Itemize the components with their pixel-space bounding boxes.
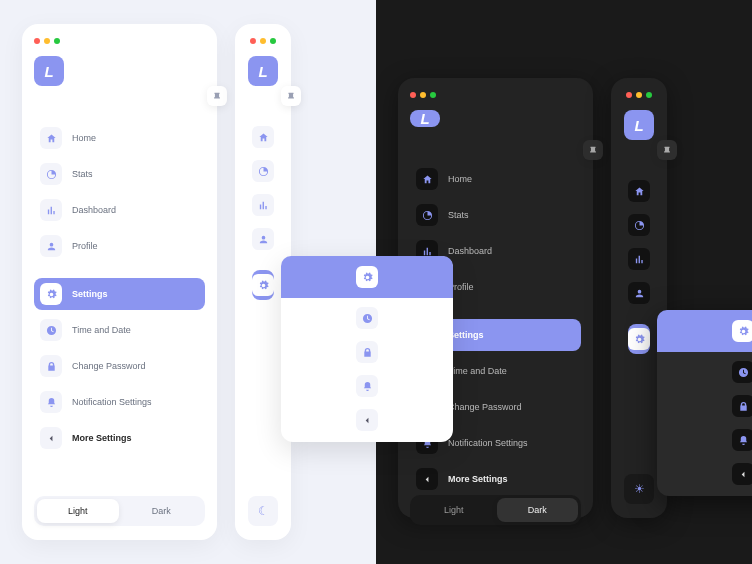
bell-icon — [732, 429, 752, 451]
nav-item-more-settings[interactable]: More Settings — [287, 404, 447, 436]
nav-item-label: Home — [448, 174, 472, 184]
window-controls — [250, 38, 276, 44]
theme-light-button[interactable]: Light — [37, 499, 119, 523]
clock-icon — [40, 319, 62, 341]
nav-item-profile[interactable]: Profile — [252, 224, 274, 254]
pie-icon — [416, 204, 438, 226]
nav-item-label: Change Password — [448, 402, 522, 412]
nav-item-profile[interactable]: Profile — [34, 230, 205, 262]
theme-dark-button[interactable]: Dark — [121, 499, 203, 523]
nav-item-notification-settings[interactable]: Notification Settings — [663, 424, 752, 456]
nav-item-label: Notification Settings — [448, 438, 528, 448]
gear-icon — [252, 274, 274, 296]
user-icon — [40, 235, 62, 257]
collapse-toggle[interactable] — [583, 140, 603, 160]
theme-toggle-icon[interactable]: ☀ — [624, 474, 654, 504]
theme-dark-button[interactable]: Dark — [497, 498, 579, 522]
user-icon — [252, 228, 274, 250]
nav-item-settings[interactable]: Settings — [281, 256, 453, 298]
more-icon — [40, 427, 62, 449]
nav-item-label: Time and Date — [448, 366, 507, 376]
nav-item-label: Stats — [72, 169, 93, 179]
nav-item-label: Profile — [72, 241, 98, 251]
app-logo: L — [410, 110, 440, 127]
nav-item-more-settings[interactable]: More Settings — [410, 463, 581, 495]
lock-icon — [40, 355, 62, 377]
nav-item-change-password[interactable]: Change Password — [34, 350, 205, 382]
nav-item-label: Settings — [72, 289, 108, 299]
more-icon — [732, 463, 752, 485]
more-icon — [356, 409, 378, 431]
nav-item-settings[interactable]: Settings — [252, 270, 274, 300]
gear-icon — [732, 320, 752, 342]
nav-item-notification-settings[interactable]: Notification Settings — [287, 370, 447, 402]
nav-item-change-password[interactable]: Change Password — [287, 336, 447, 368]
nav-menu: HomeStatsDashboardProfileSettingsTime an… — [34, 122, 205, 454]
gear-icon — [628, 328, 650, 350]
nav-item-more-settings[interactable]: More Settings — [34, 422, 205, 454]
theme-toggle-icon[interactable]: ☾ — [248, 496, 278, 526]
settings-flyout: SettingsTime and DateChange PasswordNoti… — [281, 256, 453, 442]
nav-item-dashboard[interactable]: Dashboard — [628, 244, 650, 274]
nav-item-home[interactable]: Home — [410, 163, 581, 195]
nav-item-stats[interactable]: Stats — [34, 158, 205, 190]
nav-item-label: Change Password — [72, 361, 146, 371]
collapse-toggle[interactable] — [207, 86, 227, 106]
home-icon — [628, 180, 650, 202]
bell-icon — [40, 391, 62, 413]
expand-toggle[interactable] — [657, 140, 677, 160]
clock-icon — [732, 361, 752, 383]
lock-icon — [732, 395, 752, 417]
gear-icon — [356, 266, 378, 288]
nav-item-time-and-date[interactable]: Time and Date — [34, 314, 205, 346]
nav-item-label: More Settings — [448, 474, 508, 484]
nav-item-home[interactable]: Home — [34, 122, 205, 154]
nav-menu: HomeStatsDashboardProfileSettings — [628, 176, 650, 354]
bell-icon — [356, 375, 378, 397]
nav-item-home[interactable]: Home — [628, 176, 650, 206]
window-controls — [34, 38, 205, 44]
settings-flyout: SettingsTime and DateChange PasswordNoti… — [657, 310, 752, 496]
app-logo: L — [34, 56, 64, 86]
window-controls — [626, 92, 652, 98]
theme-toggle[interactable]: Light Dark — [410, 495, 581, 525]
sidebar-collapsed-light: L HomeStatsDashboardProfileSettings Sett… — [235, 24, 291, 540]
window-controls — [410, 92, 581, 98]
clock-icon — [356, 307, 378, 329]
nav-item-stats[interactable]: Stats — [410, 199, 581, 231]
gear-icon — [40, 283, 62, 305]
lock-icon — [356, 341, 378, 363]
nav-item-profile[interactable]: Profile — [628, 278, 650, 308]
nav-item-notification-settings[interactable]: Notification Settings — [34, 386, 205, 418]
bars-icon — [252, 194, 274, 216]
nav-item-stats[interactable]: Stats — [628, 210, 650, 240]
pie-icon — [628, 214, 650, 236]
nav-item-label: Stats — [448, 210, 469, 220]
nav-item-dashboard[interactable]: Dashboard — [34, 194, 205, 226]
pie-icon — [252, 160, 274, 182]
nav-item-dashboard[interactable]: Dashboard — [252, 190, 274, 220]
expand-toggle[interactable] — [281, 86, 301, 106]
nav-item-home[interactable]: Home — [252, 122, 274, 152]
nav-item-label: Dashboard — [448, 246, 492, 256]
nav-item-settings[interactable]: Settings — [34, 278, 205, 310]
more-icon — [416, 468, 438, 490]
theme-toggle[interactable]: Light Dark — [34, 496, 205, 526]
nav-item-label: Dashboard — [72, 205, 116, 215]
app-logo: L — [248, 56, 278, 86]
nav-item-label: More Settings — [72, 433, 132, 443]
theme-light-button[interactable]: Light — [413, 498, 495, 522]
nav-item-more-settings[interactable]: More Settings — [663, 458, 752, 490]
nav-item-time-and-date[interactable]: Time and Date — [287, 302, 447, 334]
nav-menu: HomeStatsDashboardProfileSettings — [252, 122, 274, 300]
nav-item-settings[interactable]: Settings — [628, 324, 650, 354]
home-icon — [40, 127, 62, 149]
nav-item-settings[interactable]: Settings — [657, 310, 752, 352]
nav-item-stats[interactable]: Stats — [252, 156, 274, 186]
home-icon — [252, 126, 274, 148]
home-icon — [416, 168, 438, 190]
nav-item-time-and-date[interactable]: Time and Date — [663, 356, 752, 388]
pie-icon — [40, 163, 62, 185]
sidebar-expanded-light: L HomeStatsDashboardProfileSettingsTime … — [22, 24, 217, 540]
nav-item-change-password[interactable]: Change Password — [663, 390, 752, 422]
